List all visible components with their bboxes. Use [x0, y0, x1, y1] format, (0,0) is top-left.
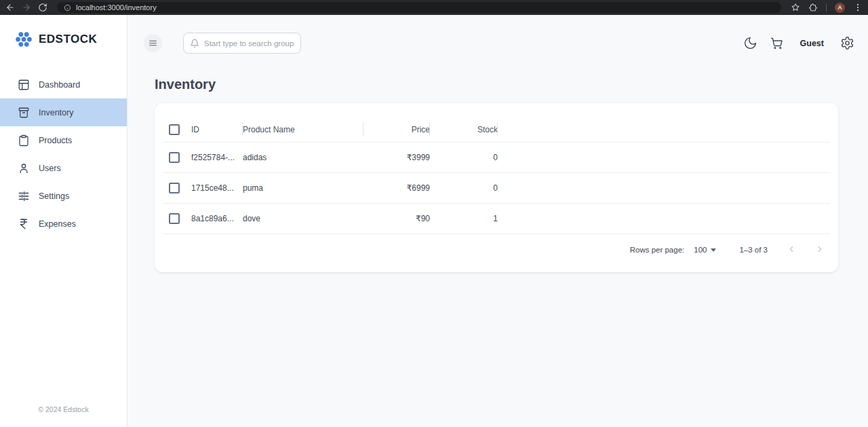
address-bar[interactable]: localhost:3000/inventory [57, 2, 781, 13]
page-title: Inventory [127, 54, 868, 92]
sidebar-item-inventory[interactable]: Inventory [0, 98, 127, 126]
site-info-icon[interactable] [64, 4, 71, 12]
table-row[interactable]: f2525784-... adidas ₹3999 0 [163, 142, 830, 172]
dark-mode-toggle-button[interactable] [743, 36, 757, 50]
row-checkbox[interactable] [169, 152, 180, 163]
table-pagination: Rows per page: 100 1–3 of 3 [163, 234, 830, 265]
sidebar-item-label: Settings [39, 191, 69, 201]
main-content: Guest Inventory ID Product Name Price St… [127, 15, 868, 427]
sidebar-item-label: Products [39, 136, 72, 145]
sidebar-item-label: Expenses [39, 219, 76, 229]
column-header-price[interactable]: Price [363, 117, 430, 142]
sidebar-item-settings[interactable]: Settings [0, 182, 127, 210]
row-checkbox-cell [163, 204, 191, 234]
sidebar-item-expenses[interactable]: Expenses [0, 210, 127, 238]
sidebar-item-label: Inventory [39, 108, 73, 117]
sidebar-item-label: Dashboard [39, 80, 80, 90]
topbar: Guest [127, 15, 868, 54]
column-header-product-name[interactable]: Product Name [243, 117, 363, 142]
cart-button[interactable] [770, 36, 784, 50]
cart-icon [770, 36, 784, 50]
brand-name: EDSTOCK [39, 33, 97, 46]
search-input[interactable] [204, 39, 294, 48]
extensions-icon[interactable] [808, 3, 818, 12]
cell-price: ₹90 [363, 204, 430, 234]
table-row[interactable]: 8a1c89a6... dove ₹90 1 [163, 203, 830, 234]
previous-page-button[interactable] [787, 244, 796, 256]
url-text: localhost:3000/inventory [76, 3, 157, 12]
column-header-stock[interactable]: Stock [430, 117, 498, 142]
rupee-icon [18, 218, 30, 230]
cell-price: ₹6999 [363, 173, 430, 203]
toolbar-divider [826, 3, 827, 12]
chevron-left-icon [787, 244, 796, 254]
table-header-row: ID Product Name Price Stock [163, 117, 830, 142]
row-checkbox-cell [163, 143, 191, 172]
cell-stock: 0 [430, 143, 498, 172]
cell-id: 8a1c89a6... [191, 204, 243, 234]
inventory-icon [18, 107, 30, 119]
dashboard-icon [18, 79, 30, 91]
cell-id: 1715ce48... [191, 173, 243, 203]
settings-button[interactable] [840, 36, 854, 50]
cell-price: ₹3999 [363, 143, 430, 172]
pagination-range: 1–3 of 3 [739, 246, 768, 254]
caret-down-icon [711, 248, 716, 252]
search-box [183, 33, 301, 54]
sidebar-item-dashboard[interactable]: Dashboard [0, 71, 127, 98]
bookmark-star-icon[interactable] [791, 3, 800, 12]
bell-icon [190, 39, 199, 48]
users-icon [18, 162, 30, 174]
cell-id: f2525784-... [191, 143, 243, 172]
browser-actions: A [791, 3, 863, 13]
header-checkbox-cell [163, 117, 191, 142]
browser-menu-kebab-icon[interactable] [853, 3, 863, 12]
sidebar-nav: Dashboard Inventory Products Users Setti… [0, 71, 127, 238]
inventory-table-card: ID Product Name Price Stock f2525784-...… [155, 103, 838, 272]
sidebar-item-products[interactable]: Products [0, 126, 127, 154]
browser-forward-icon[interactable] [22, 3, 31, 12]
browser-profile-avatar[interactable]: A [835, 3, 845, 13]
rows-per-page-select[interactable]: 100 [694, 246, 716, 254]
rows-per-page-label: Rows per page: [630, 246, 685, 254]
browser-refresh-icon[interactable] [38, 3, 47, 12]
chevron-right-icon [815, 244, 825, 254]
products-icon [18, 134, 30, 147]
cell-product-name: puma [243, 173, 363, 203]
row-checkbox[interactable] [169, 183, 180, 193]
sidebar-item-label: Users [39, 164, 61, 173]
browser-toolbar: localhost:3000/inventory A [0, 0, 868, 15]
gear-icon [840, 36, 854, 50]
row-checkbox-cell [163, 173, 191, 203]
moon-icon [743, 36, 757, 50]
sidebar: EDSTOCK Dashboard Inventory Products Use… [0, 15, 127, 427]
brand: EDSTOCK [0, 15, 127, 61]
settings-sliders-icon [18, 190, 30, 202]
cell-stock: 1 [430, 204, 498, 234]
column-header-id[interactable]: ID [191, 117, 243, 142]
user-label: Guest [800, 39, 824, 48]
table-row[interactable]: 1715ce48... puma ₹6999 0 [163, 172, 830, 203]
row-checkbox[interactable] [169, 213, 180, 224]
cell-product-name: adidas [243, 143, 363, 172]
next-page-button[interactable] [815, 244, 825, 256]
copyright-text: © 2024 Edstock [0, 405, 127, 427]
select-all-checkbox[interactable] [169, 124, 180, 135]
cell-stock: 0 [430, 173, 498, 203]
sidebar-toggle-button[interactable] [144, 34, 162, 52]
hamburger-icon [149, 39, 157, 47]
edstock-logo-icon [14, 30, 33, 49]
cell-product-name: dove [243, 204, 363, 234]
browser-back-icon[interactable] [5, 3, 15, 12]
sidebar-item-users[interactable]: Users [0, 154, 127, 182]
